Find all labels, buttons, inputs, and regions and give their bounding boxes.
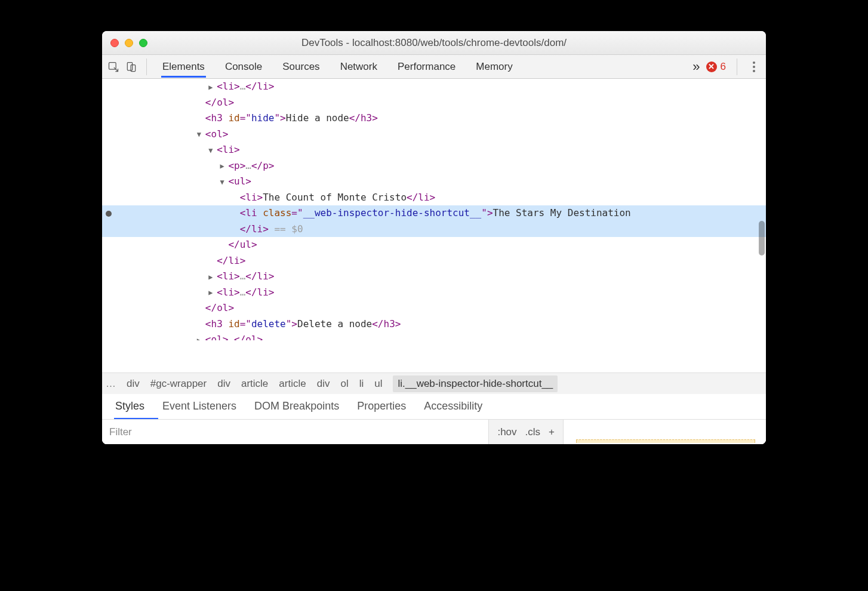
- tab-memory[interactable]: Memory: [475, 56, 513, 78]
- device-toolbar-icon[interactable]: [124, 59, 139, 75]
- dom-node[interactable]: </ol>: [102, 300, 766, 316]
- inspect-element-icon[interactable]: [106, 59, 121, 75]
- cls-toggle[interactable]: .cls: [525, 426, 541, 438]
- breadcrumb-overflow[interactable]: …: [106, 378, 116, 390]
- breadcrumb-item[interactable]: li: [359, 378, 364, 390]
- dom-node[interactable]: <h3 id="delete">Delete a node</h3>: [102, 316, 766, 333]
- main-toolbar: Elements Console Sources Network Perform…: [102, 55, 766, 79]
- breadcrumb: … div #gc-wrapper div article article di…: [102, 373, 766, 394]
- dom-node[interactable]: <li>The Count of Monte Cristo</li>: [102, 190, 766, 206]
- tab-elements[interactable]: Elements: [161, 56, 206, 78]
- styles-toggles: :hov .cls +: [488, 420, 563, 444]
- separator: [146, 59, 147, 75]
- tab-sources[interactable]: Sources: [281, 56, 321, 78]
- tab-accessibility[interactable]: Accessibility: [423, 396, 484, 416]
- breadcrumb-item[interactable]: div: [317, 378, 330, 390]
- svg-rect-1: [127, 62, 132, 70]
- dom-node[interactable]: <li>…</li>: [102, 285, 766, 301]
- box-model-preview: [563, 420, 766, 444]
- breadcrumb-item[interactable]: article: [279, 378, 306, 390]
- tab-styles[interactable]: Styles: [114, 396, 146, 416]
- settings-menu-button[interactable]: [748, 61, 760, 72]
- new-style-rule-button[interactable]: +: [549, 426, 555, 438]
- dom-node[interactable]: </ol>: [102, 95, 766, 111]
- overflow-tabs-button[interactable]: »: [692, 59, 700, 75]
- dom-node-selected[interactable]: <li class="__web-inspector-hide-shortcut…: [102, 205, 766, 221]
- dom-node[interactable]: <li>…</li>: [102, 79, 766, 95]
- hov-toggle[interactable]: :hov: [497, 426, 516, 438]
- tab-dom-breakpoints[interactable]: DOM Breakpoints: [253, 396, 340, 416]
- devtools-window: DevTools - localhost:8080/web/tools/chro…: [102, 31, 766, 444]
- dom-node[interactable]: <h3 id="hide">Hide a node</h3>: [102, 110, 766, 127]
- window-title: DevTools - localhost:8080/web/tools/chro…: [102, 37, 766, 49]
- breadcrumb-item[interactable]: article: [241, 378, 268, 390]
- styles-filter-bar: :hov .cls +: [102, 419, 766, 444]
- breadcrumb-item[interactable]: div: [217, 378, 230, 390]
- tab-properties[interactable]: Properties: [356, 396, 407, 416]
- breadcrumb-item-selected[interactable]: li.__web-inspector-hide-shortcut__: [393, 375, 558, 392]
- scrollbar-thumb[interactable]: [759, 221, 765, 256]
- tab-event-listeners[interactable]: Event Listeners: [161, 396, 238, 416]
- error-count-badge[interactable]: ✕ 6: [706, 61, 726, 73]
- tab-network[interactable]: Network: [339, 56, 378, 78]
- dom-node[interactable]: <ol>…</ol>: [102, 332, 766, 340]
- dom-node[interactable]: </li>: [102, 253, 766, 269]
- breadcrumb-item[interactable]: ul: [374, 378, 382, 390]
- dom-node[interactable]: </ul>: [102, 237, 766, 253]
- dom-node[interactable]: <li>…</li>: [102, 269, 766, 285]
- separator: [737, 59, 737, 75]
- dom-node[interactable]: <li>: [102, 142, 766, 158]
- styles-filter-input[interactable]: [102, 420, 488, 444]
- error-icon: ✕: [706, 61, 717, 72]
- tab-performance[interactable]: Performance: [396, 56, 457, 78]
- tab-console[interactable]: Console: [224, 56, 263, 78]
- margin-swatch: [576, 439, 755, 443]
- dom-node-selected[interactable]: </li> == $0: [102, 221, 766, 238]
- titlebar: DevTools - localhost:8080/web/tools/chro…: [102, 31, 766, 55]
- dom-node[interactable]: <ol>: [102, 127, 766, 143]
- breadcrumb-item[interactable]: ol: [340, 378, 348, 390]
- error-count: 6: [721, 61, 726, 73]
- breadcrumb-item[interactable]: div: [127, 378, 140, 390]
- dom-node[interactable]: <p>…</p>: [102, 158, 766, 174]
- panel-tabs: Elements Console Sources Network Perform…: [154, 56, 690, 78]
- toolbar-right: » ✕ 6: [692, 59, 762, 75]
- sidebar-tabs: Styles Event Listeners DOM Breakpoints P…: [102, 394, 766, 418]
- elements-tree[interactable]: <li>…</li> </ol> <h3 id="hide">Hide a no…: [102, 79, 766, 373]
- breadcrumb-item[interactable]: #gc-wrapper: [150, 378, 207, 390]
- dom-node[interactable]: <ul>: [102, 174, 766, 190]
